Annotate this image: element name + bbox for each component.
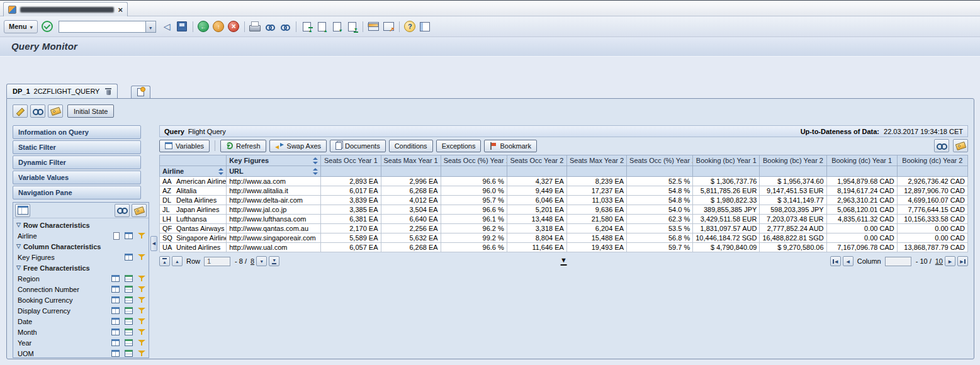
value-cell[interactable]: 3,504 EA bbox=[381, 205, 441, 215]
column-header-booking-bc-year-2[interactable]: Booking (bc) Year 2 bbox=[760, 155, 826, 166]
column-header-seats-max-year-1[interactable]: Seats Max Year 1 bbox=[381, 155, 441, 166]
value-cell[interactable]: 6,268 EA bbox=[381, 186, 441, 196]
grid-icon[interactable] bbox=[125, 254, 133, 261]
value-cell[interactable]: 5,201 EA bbox=[507, 205, 566, 215]
value-cell[interactable]: 3,318 EA bbox=[507, 224, 566, 233]
value-cell[interactable]: 96.6 % bbox=[441, 243, 507, 252]
query-toolbar-refresh[interactable]: Refresh bbox=[220, 140, 266, 152]
display-button[interactable] bbox=[30, 104, 45, 118]
tree-item-airline[interactable]: Airline bbox=[14, 230, 147, 241]
value-cell[interactable]: 6,046 EA bbox=[507, 196, 566, 205]
funnel-icon[interactable] bbox=[138, 275, 145, 282]
row-input[interactable] bbox=[204, 257, 230, 266]
value-cell[interactable]: 1,831,097.57 AUD bbox=[693, 224, 760, 233]
value-cell[interactable]: 19,493 EA bbox=[566, 243, 626, 252]
value-cell[interactable]: 62.3 % bbox=[627, 215, 693, 224]
value-cell[interactable]: 59.7 % bbox=[627, 243, 693, 252]
value-cell[interactable]: 56.8 % bbox=[627, 233, 693, 243]
layout-icon[interactable] bbox=[419, 20, 432, 33]
column-header-booking-dc-year-2[interactable]: Booking (dc) Year 2 bbox=[897, 155, 967, 166]
airline-cell[interactable]: AZAlitalia bbox=[160, 186, 227, 196]
grid-icon[interactable] bbox=[111, 328, 120, 335]
value-cell[interactable]: 2,893 EA bbox=[321, 177, 381, 186]
column-header-booking-dc-year-1[interactable]: Booking (dc) Year 1 bbox=[826, 155, 897, 166]
query-toolbar-swap-axes[interactable]: Swap Axes bbox=[269, 140, 327, 152]
url-cell[interactable]: http://www.qantas.com.au bbox=[227, 224, 321, 233]
value-cell[interactable]: 7,776,644.15 CAD bbox=[897, 205, 967, 215]
url-cell[interactable]: http://www.lufthansa.com bbox=[227, 215, 321, 224]
airline-cell[interactable]: SQSingapore Airlines bbox=[160, 233, 227, 243]
value-cell[interactable]: 7,203,073.48 EUR bbox=[760, 215, 826, 224]
value-cell[interactable]: 52.5 % bbox=[627, 177, 693, 186]
prev-page-icon[interactable] bbox=[315, 20, 329, 33]
value-cell[interactable]: 15,488 EA bbox=[566, 233, 626, 243]
tree-group-row-characteristics[interactable]: ▽Row Characteristics bbox=[14, 220, 147, 230]
enter-icon[interactable] bbox=[41, 20, 54, 33]
value-cell[interactable]: $ 1,956,374.60 bbox=[760, 177, 826, 186]
print-icon[interactable] bbox=[249, 20, 262, 33]
value-cell[interactable]: 6,204 EA bbox=[566, 224, 626, 233]
value-cell[interactable]: 0.00 CAD bbox=[826, 224, 897, 233]
value-cell[interactable]: 8,804 EA bbox=[507, 233, 566, 243]
column-input[interactable] bbox=[885, 257, 911, 266]
query-toolbar-conditions[interactable]: Conditions bbox=[389, 140, 433, 152]
value-cell[interactable]: 96.1 % bbox=[441, 215, 507, 224]
value-cell[interactable]: 6,017 EA bbox=[321, 186, 381, 196]
collapse-triangle-icon[interactable]: ▽ bbox=[16, 244, 21, 249]
airline-cell[interactable]: UAUnited Airlines bbox=[160, 243, 227, 252]
first-page-icon[interactable] bbox=[300, 20, 313, 33]
row-total-link[interactable]: 8 bbox=[251, 257, 254, 265]
grid-icon[interactable] bbox=[125, 232, 133, 239]
technical-information-button[interactable] bbox=[953, 139, 968, 152]
tree-item-key-figures[interactable]: Key Figures bbox=[14, 252, 147, 262]
airline-cell[interactable]: JLJapan Airlines bbox=[160, 205, 227, 215]
value-cell[interactable]: 3,429,511.58 EUR bbox=[693, 215, 760, 224]
value-cell[interactable]: 5,811,785.26 EUR bbox=[693, 186, 760, 196]
query-toolbar-variables[interactable]: Variables bbox=[159, 140, 210, 152]
value-cell[interactable]: 2,996 EA bbox=[381, 177, 441, 186]
first-column-button[interactable] bbox=[830, 256, 841, 266]
value-cell[interactable]: 13,448 EA bbox=[507, 215, 566, 224]
sidebar-item-variable-values[interactable]: Variable Values bbox=[13, 171, 141, 184]
column-header-seats-max-year-2[interactable]: Seats Max Year 2 bbox=[566, 155, 626, 166]
funnel-icon[interactable] bbox=[138, 328, 145, 335]
query-toolbar-bookmark[interactable]: Bookmark bbox=[484, 140, 537, 152]
value-cell[interactable]: 6,381 EA bbox=[321, 215, 381, 224]
column-header-seats-occ-year-1[interactable]: Seats Occ Year 1 bbox=[321, 155, 381, 166]
sheet-icon[interactable] bbox=[113, 232, 120, 240]
airline-cell[interactable]: LHLufthansa bbox=[160, 215, 227, 224]
value-cell[interactable]: 0.00 CAD bbox=[897, 233, 967, 243]
url-cell[interactable]: http://www.jal.co.jp bbox=[227, 205, 321, 215]
funnel-icon[interactable] bbox=[138, 350, 145, 357]
value-cell[interactable]: 6,640 EA bbox=[381, 215, 441, 224]
value-cell[interactable]: 11,646 EA bbox=[507, 243, 566, 252]
value-cell[interactable]: 13,868,787.79 CAD bbox=[897, 243, 967, 252]
value-cell[interactable]: 4,835,611.32 CAD bbox=[826, 215, 897, 224]
grid2-icon[interactable] bbox=[125, 328, 133, 335]
grid2-icon[interactable] bbox=[125, 318, 133, 325]
sidebar-item-dynamic-filter[interactable]: Dynamic Filter bbox=[13, 155, 141, 169]
key-figures-header[interactable]: Key Figures bbox=[227, 155, 321, 166]
value-cell[interactable]: 598,203,395 JPY bbox=[760, 205, 826, 215]
next-row-button[interactable] bbox=[256, 256, 267, 266]
back-circle-icon[interactable] bbox=[197, 20, 210, 33]
tree-item-connection-number[interactable]: Connection Number bbox=[14, 284, 147, 295]
collapse-sidebar-handle[interactable] bbox=[150, 236, 157, 251]
value-cell[interactable]: 4,699,160.07 CAD bbox=[897, 196, 967, 205]
grid2-icon[interactable] bbox=[125, 307, 133, 314]
url-cell[interactable]: http://www.aa.com bbox=[227, 177, 321, 186]
technical-info-button[interactable] bbox=[48, 104, 63, 118]
new-session-icon[interactable] bbox=[367, 20, 380, 33]
funnel-icon[interactable] bbox=[138, 307, 145, 314]
value-cell[interactable]: 3,385 EA bbox=[321, 205, 381, 215]
value-cell[interactable]: 11,033 EA bbox=[566, 196, 626, 205]
collapse-triangle-icon[interactable]: ▽ bbox=[16, 265, 21, 271]
grid2-icon[interactable] bbox=[125, 286, 133, 293]
tree-item-region[interactable]: Region bbox=[14, 273, 147, 284]
last-page-icon[interactable] bbox=[346, 20, 359, 33]
grid-icon[interactable] bbox=[111, 339, 120, 346]
value-cell[interactable]: $ 9,270,580.06 bbox=[760, 243, 826, 252]
value-cell[interactable]: 96.0 % bbox=[441, 186, 507, 196]
url-cell[interactable]: http://www.singaporeair.com bbox=[227, 233, 321, 243]
value-cell[interactable]: 16,488,822.81 SGD bbox=[760, 233, 826, 243]
